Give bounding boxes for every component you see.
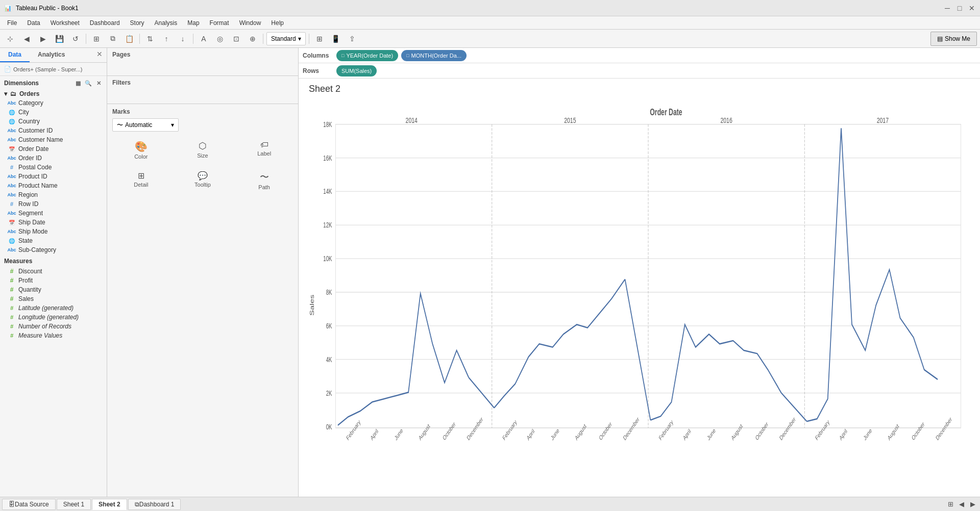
toolbar-device-btn[interactable]: 📱	[329, 32, 343, 45]
tooltip-icon: 💬	[198, 171, 208, 181]
dim-product-id[interactable]: Abc Product ID	[0, 172, 107, 181]
tab-data-source[interactable]: 🗄 Data Source	[2, 499, 56, 510]
panel-close-btn[interactable]: ✕	[92, 48, 107, 62]
toolbar-swap-btn[interactable]: ⇅	[143, 32, 157, 45]
menu-worksheet[interactable]: Worksheet	[45, 18, 85, 28]
dim-customer-id[interactable]: Abc Customer ID	[0, 126, 107, 135]
dim-postal-code[interactable]: # Postal Code	[0, 163, 107, 172]
menu-analysis[interactable]: Analysis	[150, 18, 183, 28]
tab-scroll-left-btn[interactable]: ◀	[957, 499, 967, 509]
meas-latitude[interactable]: # Latitude (generated)	[0, 303, 107, 313]
rows-pill-sales[interactable]: SUM(Sales)	[336, 65, 377, 76]
menu-file[interactable]: File	[2, 18, 22, 28]
menu-help[interactable]: Help	[266, 18, 289, 28]
dim-city[interactable]: 🌐 City	[0, 108, 107, 117]
dim-row-id[interactable]: # Row ID	[0, 199, 107, 209]
dim-ship-mode[interactable]: Abc Ship Mode	[0, 227, 107, 236]
menu-story[interactable]: Story	[125, 18, 150, 28]
dim-label: Customer Name	[18, 136, 63, 143]
meas-longitude[interactable]: # Longitude (generated)	[0, 313, 107, 322]
dim-order-id[interactable]: Abc Order ID	[0, 154, 107, 163]
dim-product-name[interactable]: Abc Product Name	[0, 181, 107, 190]
dim-country[interactable]: 🌐 Country	[0, 117, 107, 126]
toolbar-label-btn[interactable]: A	[197, 32, 211, 45]
dim-segment[interactable]: Abc Segment	[0, 209, 107, 218]
toolbar-back-btn[interactable]: ◀	[19, 32, 34, 45]
dimensions-search-icon[interactable]: 🔍	[84, 79, 92, 87]
menu-data[interactable]: Data	[22, 18, 45, 28]
tab-analytics[interactable]: Analytics	[30, 48, 73, 62]
meas-measure-values[interactable]: # Measure Values	[0, 331, 107, 340]
toolbar-fit-btn[interactable]: ⊞	[312, 32, 327, 45]
toolbar-share2-btn[interactable]: ⇪	[345, 32, 359, 45]
toolbar-pointer-btn[interactable]: ⊹	[3, 32, 17, 45]
pill-icon: □	[341, 53, 344, 58]
dim-category[interactable]: Abc Category	[0, 98, 107, 108]
toolbar-forward-btn[interactable]: ▶	[36, 32, 50, 45]
rows-label: Rows	[303, 67, 333, 74]
dim-ship-date[interactable]: 📅 Ship Date	[0, 218, 107, 227]
marks-detail-btn[interactable]: ⊞ Detail	[112, 167, 170, 194]
dim-label: Order Date	[18, 145, 48, 152]
tab-text: Data Source	[15, 501, 49, 508]
dim-label: Segment	[18, 210, 43, 217]
data-source-name: Orders+ (Sample - Super...)	[13, 66, 82, 72]
toolbar-paste-btn[interactable]: 📋	[122, 32, 136, 45]
meas-sales[interactable]: # Sales	[0, 294, 107, 303]
globe-icon: 🌐	[8, 109, 15, 116]
close-button[interactable]: ✕	[968, 4, 976, 12]
tab-scroll-right-btn[interactable]: ▶	[968, 499, 978, 509]
menu-format[interactable]: Format	[205, 18, 234, 28]
marks-size-btn[interactable]: ⬡ Size	[174, 137, 232, 163]
menu-window[interactable]: Window	[234, 18, 266, 28]
dim-order-date[interactable]: 📅 Order Date	[0, 144, 107, 154]
tab-dashboard-1[interactable]: ⧉ Dashboard 1	[128, 499, 181, 510]
maximize-button[interactable]: □	[955, 4, 964, 12]
minimize-button[interactable]: ─	[943, 4, 951, 12]
toolbar-copy-btn[interactable]: ⧉	[106, 32, 120, 45]
y-label-18k: 18K	[323, 120, 332, 129]
toolbar-share-btn[interactable]: ⊕	[246, 32, 260, 45]
dimensions-close-icon[interactable]: ✕	[94, 79, 103, 87]
menu-dashboard[interactable]: Dashboard	[85, 18, 125, 28]
tab-sheet-2[interactable]: Sheet 2	[92, 499, 127, 510]
tab-data[interactable]: Data	[0, 48, 30, 62]
marks-path-btn[interactable]: 〜 Path	[235, 167, 293, 194]
menu-map[interactable]: Map	[182, 18, 204, 28]
meas-profit[interactable]: # Profit	[0, 276, 107, 285]
dim-state[interactable]: 🌐 State	[0, 236, 107, 245]
marks-type-dropdown[interactable]: 〜 Automatic ▾	[112, 118, 179, 132]
columns-pill-year[interactable]: □ YEAR(Order Date)	[336, 50, 398, 61]
hash-icon: #	[8, 277, 15, 284]
toolbar-new-ds-btn[interactable]: ⊞	[89, 32, 104, 45]
title-bar-controls[interactable]: ─ □ ✕	[943, 4, 976, 12]
orders-group[interactable]: ▾ 🗂 Orders	[0, 89, 107, 98]
toolbar-sort-desc-btn[interactable]: ↓	[176, 32, 190, 45]
marks-label-btn[interactable]: 🏷 Label	[235, 137, 293, 163]
tab-add-btn[interactable]: ⊞	[945, 499, 955, 509]
show-me-icon: ▤	[937, 35, 943, 42]
month-label: April	[682, 427, 692, 442]
tab-sheet-1[interactable]: Sheet 1	[57, 499, 91, 510]
toolbar-fix-btn[interactable]: ⊡	[229, 32, 243, 45]
show-me-button[interactable]: ▤ Show Me	[930, 32, 977, 46]
toolbar-refresh-btn[interactable]: ↺	[68, 32, 83, 45]
marks-tooltip-btn[interactable]: 💬 Tooltip	[174, 167, 232, 194]
dim-region[interactable]: Abc Region	[0, 190, 107, 199]
toolbar-highlight-btn[interactable]: ◎	[213, 32, 227, 45]
toolbar-standard-label: Standard	[271, 35, 296, 42]
toolbar-save-btn[interactable]: 💾	[52, 32, 66, 45]
toolbar-standard-dropdown[interactable]: Standard ▾	[266, 32, 306, 45]
meas-num-records[interactable]: # Number of Records	[0, 322, 107, 331]
toolbar-sort-asc-btn[interactable]: ↑	[159, 32, 174, 45]
left-panel-scroll[interactable]: Dimensions ▦ 🔍 ✕ ▾ 🗂 Orders Abc Ca	[0, 76, 107, 497]
abc-icon: Abc	[8, 182, 15, 189]
meas-discount[interactable]: # Discount	[0, 267, 107, 276]
dim-sub-category[interactable]: Abc Sub-Category	[0, 245, 107, 254]
columns-pill-month[interactable]: □ MONTH(Order Da...	[401, 50, 467, 61]
dim-customer-name[interactable]: Abc Customer Name	[0, 135, 107, 144]
marks-color-btn[interactable]: 🎨 Color	[112, 137, 170, 163]
dimensions-grid-icon[interactable]: ▦	[74, 79, 82, 87]
meas-quantity[interactable]: # Quantity	[0, 285, 107, 294]
y-label-0k: 0K	[326, 423, 332, 431]
